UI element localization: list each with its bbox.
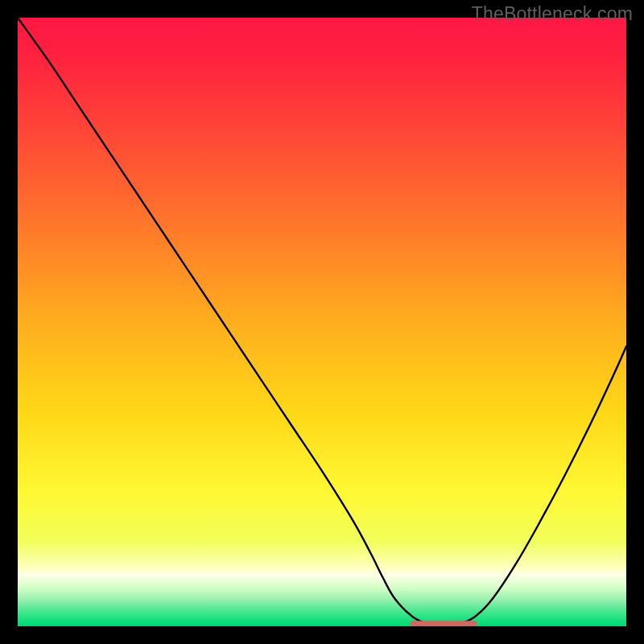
watermark-text: TheBottleneck.com [472,3,633,25]
bottleneck-plot-svg [18,18,626,626]
chart-frame: TheBottleneck.com [0,0,644,644]
plot-area [18,18,626,626]
gradient-background [18,18,626,626]
